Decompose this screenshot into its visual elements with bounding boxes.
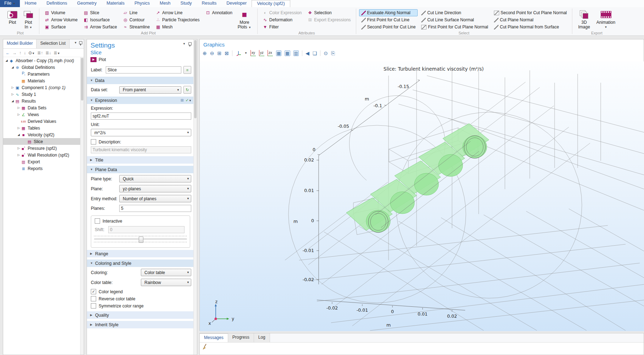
expanded-arrow-icon[interactable]: ◢ — [11, 99, 15, 103]
menu-tab-definitions[interactable]: Definitions — [42, 0, 72, 7]
forward-icon[interactable]: → — [12, 50, 17, 55]
contour-button[interactable]: ◎Contour — [121, 16, 152, 23]
default-view-icon[interactable]: ▩ — [285, 50, 290, 56]
slice-button[interactable]: ▤Slice — [81, 9, 119, 16]
second-point-for-cut-line-button[interactable]: Second Point for Cut Line — [359, 23, 418, 31]
section-range[interactable]: ▶Range — [87, 250, 194, 257]
collapsed-arrow-icon[interactable]: ▷ — [17, 147, 21, 150]
scene-light-icon[interactable]: ◀ — [306, 51, 309, 56]
expanded-arrow-icon[interactable]: ◢ — [17, 133, 21, 136]
section-data[interactable]: ▼Data — [87, 77, 194, 84]
slider-thumb[interactable] — [139, 236, 143, 243]
reverse-color-table-checkbox[interactable] — [91, 296, 96, 301]
first-point-for-cut-line-button[interactable]: First Point for Cut Line — [359, 16, 418, 23]
tree-node-parameters[interactable]: PiParameters — [3, 71, 81, 77]
chevron-down-icon[interactable]: ▼ — [183, 42, 186, 45]
data-set-dropdown[interactable]: From parent▼ — [119, 86, 181, 94]
section-inherit-style[interactable]: ▶Inherit Style — [87, 321, 194, 328]
tree-node-slice[interactable]: ▤Slice — [3, 138, 81, 145]
expression-input[interactable]: spf2.nuT — [91, 113, 191, 120]
selection-button[interactable]: ❖Selection — [305, 9, 353, 16]
collapsed-arrow-icon[interactable]: ▷ — [11, 93, 15, 96]
collapsed-arrow-icon[interactable]: ▷ — [17, 126, 21, 130]
grid-icon[interactable]: ▦ — [276, 50, 281, 56]
clear-messages-icon[interactable] — [202, 344, 208, 350]
menu-tab-physics[interactable]: Physics — [130, 0, 155, 7]
tree-node-materials[interactable]: ▦Materials — [3, 77, 81, 84]
plot-canvas[interactable]: 0-0.05-0.1-0.150.020.010-0.01-0.02-0.02-… — [200, 61, 644, 331]
more-plots-button[interactable]: ■ More Plots ▼ — [235, 9, 254, 31]
chevron-down-icon[interactable]: ▼ — [74, 41, 77, 44]
color-expression-button[interactable]: ◐Color Expression — [260, 9, 304, 16]
snapshot-icon[interactable]: ⊙ — [324, 51, 328, 56]
tree-node-velocity-spf2-[interactable]: ◢■Velocity (spf2) — [3, 131, 81, 138]
collapsed-arrow-icon[interactable]: ▷ — [17, 153, 21, 157]
tree-node-tables[interactable]: ▷▦Tables — [3, 125, 81, 131]
tree-node-views[interactable]: ▷∠Views — [3, 111, 81, 118]
plane-type-dropdown[interactable]: Quick▼ — [119, 175, 191, 182]
evaluate-along-normal-button[interactable]: Evaluate Along Normal — [359, 9, 418, 16]
shift-input[interactable]: 0 — [108, 226, 185, 233]
tab-log[interactable]: Log — [254, 333, 270, 342]
3d-image-button[interactable]: 3D Image — [576, 9, 593, 31]
first-point-for-cut-plane-normal-button[interactable]: First Point for Cut Plane Normal — [419, 23, 490, 31]
show-icon[interactable]: ⊙▼ — [28, 50, 35, 55]
tab-messages[interactable]: Messages — [200, 333, 228, 342]
collapsed-arrow-icon[interactable]: ▷ — [17, 113, 21, 116]
arrow-volume-button[interactable]: ⇄Arrow Volume — [42, 16, 80, 23]
view-xy-icon[interactable]: xy — [251, 50, 256, 56]
plot-in-button[interactable]: Plot In ▼ — [21, 9, 35, 31]
menu-tab-velocity-spf2[interactable]: Velocity (spf2) — [252, 0, 290, 7]
streamline-button[interactable]: ≈Streamline — [121, 23, 152, 31]
orientation-triad-icon[interactable] — [236, 50, 241, 56]
move-down-icon[interactable]: ↓ — [24, 50, 26, 55]
menu-tab-study[interactable]: Study — [176, 0, 197, 7]
view-yz-icon[interactable]: yz — [259, 50, 264, 56]
print-icon[interactable]: ⎘ — [331, 51, 335, 56]
description-checkbox[interactable] — [91, 139, 96, 144]
arrow-surface-button[interactable]: ⇉Arrow Surface — [81, 23, 119, 31]
tree-node-absorber-copy-3-mph[interactable]: ◢◆Absorber - Copy (3).mph(root) — [3, 57, 81, 64]
tree-node-study-1[interactable]: ▷∿Study 1 — [3, 91, 81, 98]
color-legend-checkbox[interactable]: ✓ — [91, 289, 96, 294]
menu-tab-geometry[interactable]: Geometry — [72, 0, 101, 7]
zoom-extents-icon[interactable]: ⊠ — [225, 51, 229, 56]
tree-node-results[interactable]: ◢▤Results — [3, 98, 81, 104]
tree-node-reports[interactable]: ≣Reports — [3, 165, 81, 172]
animation-button[interactable]: Animation ▼ — [594, 9, 618, 31]
move-up-icon[interactable]: ↑ — [19, 50, 21, 55]
menu-tab-developer[interactable]: Developer — [221, 0, 252, 7]
entry-method-dropdown[interactable]: Number of planes▼ — [119, 195, 191, 202]
back-icon[interactable]: ← — [6, 50, 10, 55]
transparency-icon[interactable]: ❏ — [313, 51, 317, 56]
model-tree-scrollbar[interactable] — [80, 57, 84, 355]
color-legend-icon[interactable]: ▥ — [293, 50, 299, 56]
unit-dropdown[interactable]: m^2/s▼ — [91, 129, 191, 136]
tree-node-pressure-spf2-[interactable]: ▷■*Pressure (spf2) — [3, 145, 81, 152]
menu-tab-materials[interactable]: Materials — [101, 0, 130, 7]
menu-tab-results[interactable]: Results — [197, 0, 222, 7]
tab-model-builder[interactable]: Model Builder — [3, 39, 37, 48]
zoom-box-icon[interactable]: ⊞ — [217, 51, 221, 56]
expanded-arrow-icon[interactable]: ◢ — [11, 66, 15, 69]
cut-plane-normal-from-surface-button[interactable]: Cut Plane Normal from Surface — [492, 23, 569, 31]
volume-button[interactable]: ▧Volume — [42, 9, 80, 16]
section-title[interactable]: ▶Title — [87, 156, 194, 164]
section-expression[interactable]: ▼Expression ⊞✓▼ — [87, 97, 194, 104]
annotation-button[interactable]: ⊡Annotation — [203, 9, 234, 16]
export-expressions-button[interactable]: ⊞Export Expressions — [305, 16, 353, 23]
zoom-in-icon[interactable]: ⊕ — [203, 51, 207, 56]
plane-dropdown[interactable]: yz-planes▼ — [119, 185, 191, 192]
symmetrize-color-range-checkbox[interactable] — [91, 303, 96, 308]
second-point-for-cut-plane-normal-button[interactable]: Second Point for Cut Plane Normal — [492, 9, 569, 16]
tree-node-data-sets[interactable]: ▷▦Data Sets — [3, 104, 81, 111]
collapse-all-icon[interactable]: ≣↓ — [45, 50, 51, 55]
deformation-button[interactable]: ∿Deformation — [260, 16, 304, 23]
cut-line-surface-normal-button[interactable]: Cut Line Surface Normal — [419, 16, 490, 23]
label-input[interactable]: Slice — [106, 66, 181, 73]
expression-window-icon[interactable]: ⊞ — [181, 98, 184, 103]
zoom-out-icon[interactable]: ⊖ — [210, 51, 214, 56]
tree-node-global-definitions[interactable]: ◢⊕Global Definitions — [3, 64, 81, 71]
particle-trajectories-button[interactable]: ∴Particle Trajectories — [153, 16, 202, 23]
cut-line-direction-button[interactable]: Cut Line Direction — [419, 9, 490, 16]
